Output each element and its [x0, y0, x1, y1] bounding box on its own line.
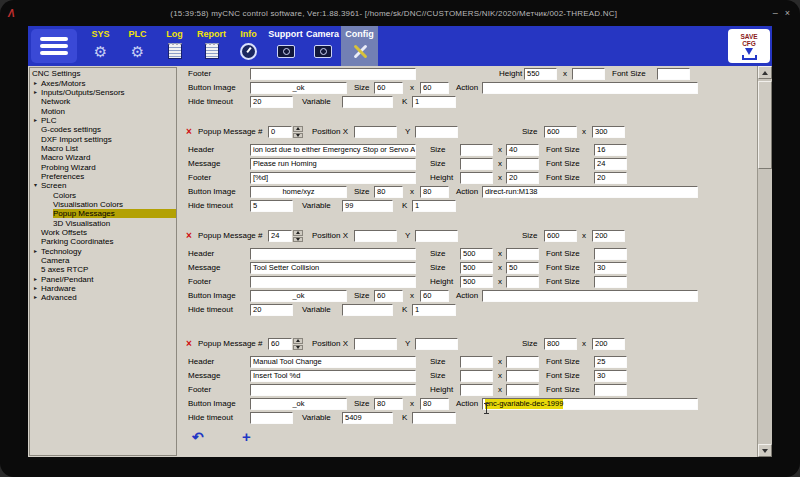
message-width-field[interactable]: [460, 370, 493, 382]
position-y-field[interactable]: [415, 126, 458, 138]
footer-text-field[interactable]: [250, 68, 416, 80]
footer-width-field[interactable]: [460, 172, 493, 184]
chevron-right-icon[interactable]: ▸: [34, 79, 41, 88]
chevron-right-icon[interactable]: ▸: [34, 116, 41, 125]
position-x-field[interactable]: [354, 230, 397, 242]
footer-height-field[interactable]: [506, 384, 539, 396]
popup-height-field[interactable]: 200: [592, 230, 625, 242]
chevron-right-icon[interactable]: ▸: [34, 275, 41, 284]
header-text-field[interactable]: ion lost due to either Emergency Stop or…: [250, 144, 416, 156]
button-width-field[interactable]: 80: [374, 186, 403, 198]
spin-down-icon[interactable]: [293, 133, 303, 139]
footer-font-size-field[interactable]: [657, 68, 690, 80]
remove-popup-icon[interactable]: ×: [186, 126, 192, 138]
message-font-size-field[interactable]: 24: [594, 158, 627, 170]
button-width-field[interactable]: 60: [374, 82, 403, 94]
sidebar-item-advanced[interactable]: ▸Advanced: [30, 293, 176, 302]
spin-down-icon[interactable]: [293, 345, 303, 351]
k-field[interactable]: 1: [412, 304, 456, 316]
action-field[interactable]: direct-run:M138: [482, 186, 698, 198]
sidebar-item-colors[interactable]: Colors: [30, 190, 176, 199]
sidebar-item-probing-wizard[interactable]: Probing Wizard: [30, 162, 176, 171]
popup-number-spinbox[interactable]: 24: [268, 230, 303, 242]
header-width-field[interactable]: 500: [460, 248, 493, 260]
sidebar-item-5-axes-rtcp[interactable]: 5 axes RTCP: [30, 265, 176, 274]
message-height-field[interactable]: 50: [506, 262, 539, 274]
button-width-field[interactable]: 60: [374, 290, 403, 302]
action-field[interactable]: [482, 290, 698, 302]
footer-width-field[interactable]: 550: [524, 68, 557, 80]
message-font-size-field[interactable]: 30: [594, 370, 627, 382]
popup-number-value[interactable]: 0: [268, 126, 292, 138]
variable-field[interactable]: [342, 96, 393, 108]
popup-number-spinbox[interactable]: 0: [268, 126, 303, 138]
toolbar-tab-camera[interactable]: Camera: [304, 26, 341, 66]
sidebar-item-popup-messages[interactable]: Popup Messages: [30, 209, 176, 218]
button-width-field[interactable]: 80: [374, 398, 403, 410]
sidebar-item-cnc-settings[interactable]: CNC Settings: [30, 69, 176, 78]
chevron-right-icon[interactable]: ▸: [34, 293, 41, 302]
message-width-field[interactable]: 500: [460, 262, 493, 274]
remove-popup-icon[interactable]: ×: [186, 338, 192, 350]
sidebar-item-inputs-outputs-sensors[interactable]: ▸Inputs/Outputs/Sensors: [30, 88, 176, 97]
hide-timeout-field[interactable]: [250, 412, 293, 424]
toolbar-tab-info[interactable]: Info: [230, 26, 267, 66]
hide-timeout-field[interactable]: 20: [250, 96, 293, 108]
toolbar-tab-sys[interactable]: SYS⚙: [82, 26, 119, 66]
header-text-field[interactable]: Manual Tool Change: [250, 356, 416, 368]
spin-up-icon[interactable]: [293, 338, 303, 344]
hide-timeout-field[interactable]: 5: [250, 200, 293, 212]
message-font-size-field[interactable]: 30: [594, 262, 627, 274]
scrollbar[interactable]: [757, 66, 772, 457]
toolbar-tab-log[interactable]: Log: [156, 26, 193, 66]
header-width-field[interactable]: [460, 356, 493, 368]
header-height-field[interactable]: [506, 356, 539, 368]
minimize-button[interactable]: –: [773, 8, 778, 18]
header-text-field[interactable]: [250, 248, 416, 260]
action-field[interactable]: cnc-gvariable-dec-1999: [482, 398, 698, 410]
save-config-button[interactable]: SAVE CFG: [728, 29, 770, 63]
k-field[interactable]: 1: [412, 96, 456, 108]
footer-width-field[interactable]: [460, 384, 493, 396]
footer-width-field[interactable]: 500: [460, 276, 493, 288]
toolbar-tab-config[interactable]: Config: [341, 26, 378, 66]
footer-font-size-field[interactable]: [594, 384, 627, 396]
add-popup-icon[interactable]: +: [242, 429, 251, 445]
header-height-field[interactable]: [506, 248, 539, 260]
scroll-down-button[interactable]: [758, 444, 772, 457]
position-x-field[interactable]: [354, 126, 397, 138]
sidebar-item-dxf-import-settings[interactable]: DXF Import settings: [30, 134, 176, 143]
footer-text-field[interactable]: [%d]: [250, 172, 416, 184]
footer-text-field[interactable]: [250, 276, 416, 288]
sidebar-item-preferences[interactable]: Preferences: [30, 172, 176, 181]
header-height-field[interactable]: 40: [506, 144, 539, 156]
variable-field[interactable]: 99: [342, 200, 393, 212]
sidebar-item-work-offsets[interactable]: Work Offsets: [30, 228, 176, 237]
sidebar-item-network[interactable]: Network: [30, 97, 176, 106]
sidebar-item-parking-coordinates[interactable]: Parking Coordinates: [30, 237, 176, 246]
chevron-right-icon[interactable]: ▸: [34, 284, 41, 293]
sidebar-item-panel-pendant[interactable]: ▸Panel/Pendant: [30, 275, 176, 284]
footer-height-field[interactable]: [572, 68, 605, 80]
header-width-field[interactable]: [460, 144, 493, 156]
hide-timeout-field[interactable]: 20: [250, 304, 293, 316]
popup-number-value[interactable]: 60: [268, 338, 292, 350]
message-height-field[interactable]: [506, 370, 539, 382]
variable-field[interactable]: [342, 304, 393, 316]
sidebar-item-macro-list[interactable]: Macro List: [30, 144, 176, 153]
button-image-field[interactable]: _ok: [250, 82, 347, 94]
footer-height-field[interactable]: [506, 276, 539, 288]
button-height-field[interactable]: 60: [420, 82, 449, 94]
message-text-field[interactable]: Tool Setter Collision: [250, 262, 416, 274]
sidebar-item-motion[interactable]: Motion: [30, 106, 176, 115]
footer-font-size-field[interactable]: 20: [594, 172, 627, 184]
chevron-down-icon[interactable]: ▾: [34, 181, 41, 190]
popup-width-field[interactable]: 600: [544, 126, 577, 138]
chevron-right-icon[interactable]: ▸: [34, 247, 41, 256]
popup-width-field[interactable]: 800: [544, 338, 577, 350]
spin-down-icon[interactable]: [293, 237, 303, 243]
scrollbar-thumb[interactable]: [758, 81, 772, 169]
variable-field[interactable]: 5409: [342, 412, 393, 424]
message-text-field[interactable]: Insert Tool %d: [250, 370, 416, 382]
position-y-field[interactable]: [415, 230, 458, 242]
